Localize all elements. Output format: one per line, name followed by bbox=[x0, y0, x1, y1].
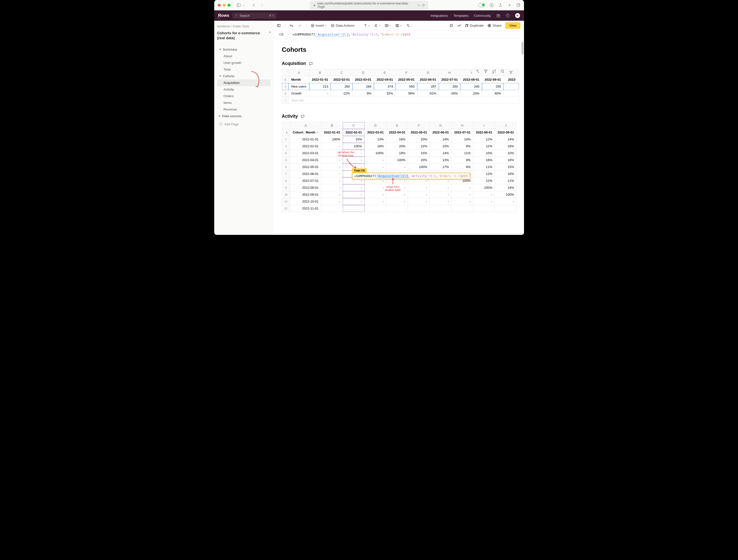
help-icon[interactable] bbox=[506, 14, 510, 18]
sidebar-item-data-sources[interactable]: Data sources bbox=[217, 113, 271, 119]
nav-community[interactable]: Community bbox=[474, 14, 491, 18]
svg-rect-11 bbox=[385, 24, 388, 27]
wand-icon bbox=[235, 14, 238, 17]
sort-icon[interactable] bbox=[492, 69, 496, 73]
search-placeholder: Search bbox=[240, 14, 250, 18]
svg-rect-4 bbox=[517, 4, 519, 7]
sidebar: humberto / Public Tools Cohorts for e-co… bbox=[214, 21, 274, 235]
gift-icon[interactable] bbox=[496, 14, 500, 18]
sidebar-item-activity[interactable]: Activity bbox=[217, 86, 271, 93]
sidebar-add-page[interactable]: +Add Page bbox=[217, 121, 271, 127]
svg-point-18 bbox=[511, 71, 511, 71]
svg-rect-14 bbox=[465, 25, 467, 27]
browser-titlebar: rows.com/humberto/public-tools/cohorts-f… bbox=[214, 0, 524, 10]
search-input[interactable]: Search ⌘ K bbox=[232, 13, 277, 19]
comment-icon[interactable] bbox=[300, 114, 305, 119]
undo-button[interactable] bbox=[290, 24, 294, 27]
maximize-window-button[interactable] bbox=[228, 4, 231, 7]
main-content: Insert▾ Data Actions ▾ ▾ ▾ ▾ Duplicate S… bbox=[274, 21, 524, 235]
merge-button[interactable]: ▾ bbox=[395, 24, 402, 27]
share-button[interactable]: Share bbox=[487, 24, 501, 27]
close-window-button[interactable] bbox=[218, 4, 221, 7]
tabs-icon[interactable] bbox=[516, 3, 520, 7]
extension-toggle[interactable] bbox=[478, 3, 485, 7]
svg-point-19 bbox=[512, 71, 512, 71]
avatar[interactable]: H bbox=[515, 13, 520, 18]
comment-icon[interactable] bbox=[309, 61, 313, 66]
view-button[interactable]: View bbox=[505, 22, 520, 29]
lock-icon bbox=[313, 4, 316, 6]
sidebar-item-acquisition[interactable]: Acquisition bbox=[217, 79, 271, 86]
duplicate-button[interactable]: Duplicate bbox=[465, 24, 483, 27]
minimize-window-button[interactable] bbox=[223, 4, 226, 7]
inline-formula-edit[interactable]: =SUMPRODUCT('Acquisition'!2:2,'Activity'… bbox=[352, 173, 470, 179]
svg-rect-0 bbox=[237, 4, 241, 7]
cell-reference[interactable]: C6 bbox=[274, 31, 290, 38]
search-kbd: ⌘ K bbox=[269, 14, 274, 17]
document-title: Cohorts for e-commerce (real data) ▾ bbox=[217, 31, 271, 41]
forward-icon bbox=[260, 3, 264, 7]
section-title-activity: Activity bbox=[282, 114, 519, 119]
share-icon[interactable] bbox=[498, 3, 503, 7]
sidebar-item-cohorts[interactable]: Cohorts bbox=[217, 73, 271, 79]
redo-button[interactable] bbox=[298, 24, 302, 27]
sidebar-toggle-icon[interactable] bbox=[237, 3, 241, 7]
sidebar-item-user-growth[interactable]: User growth bbox=[217, 59, 271, 66]
svg-point-17 bbox=[509, 71, 510, 71]
svg-rect-12 bbox=[396, 24, 397, 27]
app-grid-icon[interactable] bbox=[218, 16, 220, 19]
download-icon[interactable] bbox=[489, 3, 494, 7]
clear-format-button[interactable] bbox=[406, 24, 410, 27]
text-format-button[interactable]: ▾ bbox=[364, 24, 370, 27]
sidebar-item-about[interactable]: About bbox=[217, 53, 271, 59]
sidebar-item-total[interactable]: Total bbox=[217, 66, 271, 73]
url-bar[interactable]: rows.com/humberto/public-tools/cohorts-f… bbox=[310, 1, 428, 10]
toolbar: Insert▾ Data Actions ▾ ▾ ▾ ▾ Duplicate S… bbox=[274, 21, 524, 31]
translate-icon[interactable] bbox=[417, 4, 420, 7]
scrollbar[interactable] bbox=[521, 42, 523, 54]
sidebar-item-orders[interactable]: Orders bbox=[217, 93, 271, 99]
formula-bar[interactable]: C6 =SUMPRODUCT('Acquisition'!2:2,'Activi… bbox=[274, 31, 524, 38]
search-icon[interactable] bbox=[500, 69, 505, 73]
sidebar-item-items[interactable]: Items bbox=[217, 99, 271, 106]
filter-icon[interactable] bbox=[483, 69, 488, 73]
activity-table[interactable]: ABCDEFGHIJ1Cohort↓ Month→2022-01-012022-… bbox=[282, 122, 517, 212]
align-button[interactable]: ▾ bbox=[374, 24, 380, 27]
acquisition-table[interactable]: ABCDEFGHIJK1Month2022-01-012022-02-01202… bbox=[282, 69, 519, 104]
data-actions-button[interactable]: Data Actions bbox=[331, 24, 354, 27]
app-header: Rows Search ⌘ K Integrations Templates C… bbox=[214, 10, 524, 21]
sparkle-icon[interactable] bbox=[475, 69, 479, 73]
svg-point-16 bbox=[501, 70, 503, 72]
sidebar-item-revenue[interactable]: Revenue bbox=[217, 106, 271, 113]
url-text: rows.com/humberto/public-tools/cohorts-f… bbox=[317, 2, 415, 9]
nav-templates[interactable]: Templates bbox=[453, 14, 469, 18]
panel-toggle-icon[interactable] bbox=[277, 24, 281, 27]
svg-rect-13 bbox=[398, 24, 399, 27]
new-tab-icon[interactable] bbox=[507, 3, 512, 7]
comment-icon[interactable] bbox=[449, 24, 453, 27]
breadcrumb[interactable]: humberto / Public Tools bbox=[217, 25, 271, 28]
chevron-down-icon[interactable] bbox=[242, 3, 245, 7]
back-icon[interactable] bbox=[252, 3, 256, 7]
formula-text[interactable]: =SUMPRODUCT('Acquisition'!2:2,'Activity'… bbox=[290, 33, 410, 36]
trend-icon[interactable] bbox=[457, 24, 461, 27]
svg-rect-7 bbox=[277, 24, 280, 27]
sidebar-item-summary[interactable]: Summary bbox=[217, 46, 271, 53]
insert-button[interactable]: Insert▾ bbox=[311, 24, 327, 27]
page-title: Cohorts bbox=[282, 46, 519, 54]
cell-tooltip: Total C6 bbox=[352, 168, 367, 173]
more-icon[interactable] bbox=[509, 69, 513, 73]
wrap-button[interactable]: ▾ bbox=[385, 24, 391, 27]
section-title-acquisition: Acquisition bbox=[282, 61, 519, 66]
nav-integrations[interactable]: Integrations bbox=[430, 14, 448, 18]
reload-icon[interactable] bbox=[422, 4, 425, 7]
svg-rect-2 bbox=[314, 5, 315, 6]
